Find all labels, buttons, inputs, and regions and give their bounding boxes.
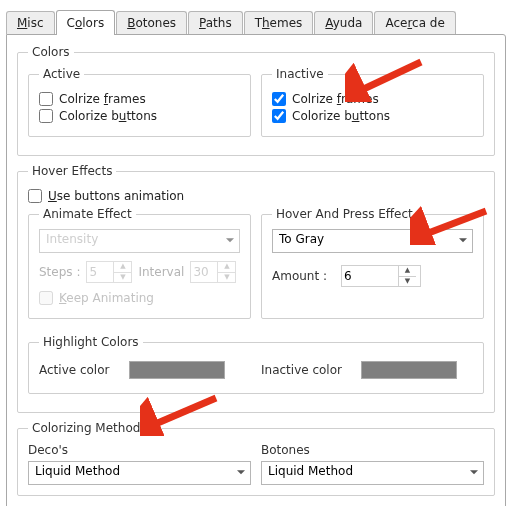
tab-colors[interactable]: Colors [56,10,116,35]
use-buttons-animation-checkbox[interactable] [28,189,42,203]
deco-label: Deco's [28,443,251,457]
colors-panel: Colors Active Colrize frames Colorize bu… [6,34,506,506]
spin-up-icon: ▲ [218,262,235,273]
active-colorize-frames[interactable]: Colrize frames [39,92,240,106]
active-group: Active Colrize frames Colorize buttons [28,67,251,137]
keep-animating-checkbox [39,291,53,305]
active-colorize-frames-checkbox[interactable] [39,92,53,106]
tab-bar: Misc Colors Botones Paths Themes Ayuda A… [6,10,506,34]
spin-down-icon: ▼ [114,273,131,283]
tab-paths[interactable]: Paths [188,11,243,34]
interval-value [191,265,217,279]
active-colorize-buttons[interactable]: Colorize buttons [39,109,240,123]
hover-press-legend: Hover And Press Effect [272,207,417,221]
tab-acerca[interactable]: Acerca de [374,11,455,34]
hover-effects-legend: Hover Effects [28,164,116,178]
tab-themes[interactable]: Themes [244,11,314,34]
highlight-colors-legend: Highlight Colors [39,335,143,349]
highlight-inactive-color[interactable] [361,361,457,379]
highlight-colors-group: Highlight Colors Active color Inactive c… [28,335,484,394]
interval-label: Interval [138,265,184,279]
hover-press-value: To Gray [272,229,473,253]
spin-up-icon[interactable]: ▲ [399,266,416,277]
colors-legend: Colors [28,45,74,59]
inactive-colorize-buttons-checkbox[interactable] [272,109,286,123]
tab-misc[interactable]: Misc [6,11,55,34]
use-buttons-animation[interactable]: Use buttons animation [28,189,484,203]
interval-spinner: ▲▼ [190,261,236,283]
colorizing-method-group: Colorizing Method Deco's Liquid Method B… [17,421,495,496]
animate-intensity-select: Intensity [39,229,240,253]
active-legend: Active [39,67,84,81]
hover-press-group: Hover And Press Effect To Gray Amount : … [261,207,484,319]
tab-botones[interactable]: Botones [116,11,187,34]
inactive-group: Inactive Colrize frames Colorize buttons [261,67,484,137]
inactive-colorize-frames-checkbox[interactable] [272,92,286,106]
highlight-active-color[interactable] [129,361,225,379]
botones-method-select[interactable]: Liquid Method [261,461,484,485]
colors-group: Colors Active Colrize frames Colorize bu… [17,45,495,156]
highlight-inactive-label: Inactive color [261,363,351,377]
spin-down-icon[interactable]: ▼ [399,277,416,287]
highlight-active-label: Active color [39,363,119,377]
animate-intensity-value: Intensity [39,229,240,253]
amount-label: Amount : [272,269,327,283]
steps-value [87,265,113,279]
tab-ayuda[interactable]: Ayuda [314,11,373,34]
deco-method-value: Liquid Method [28,461,251,485]
active-colorize-buttons-checkbox[interactable] [39,109,53,123]
spin-down-icon: ▼ [218,273,235,283]
steps-spinner: ▲▼ [86,261,132,283]
botones-label: Botones [261,443,484,457]
animate-effect-legend: Animate Effect [39,207,136,221]
keep-animating: Keep Animating [39,291,240,305]
animate-effect-group: Animate Effect Intensity Steps : ▲▼ Inte… [28,207,251,319]
deco-method-select[interactable]: Liquid Method [28,461,251,485]
amount-spinner[interactable]: ▲▼ [341,265,421,287]
spin-up-icon: ▲ [114,262,131,273]
hover-press-select[interactable]: To Gray [272,229,473,253]
botones-method-value: Liquid Method [261,461,484,485]
inactive-colorize-frames[interactable]: Colrize frames [272,92,473,106]
steps-label: Steps : [39,265,80,279]
hover-effects-group: Hover Effects Use buttons animation Anim… [17,164,495,413]
colorizing-method-legend: Colorizing Method [28,421,144,435]
amount-value[interactable] [342,269,398,283]
inactive-legend: Inactive [272,67,328,81]
inactive-colorize-buttons[interactable]: Colorize buttons [272,109,473,123]
